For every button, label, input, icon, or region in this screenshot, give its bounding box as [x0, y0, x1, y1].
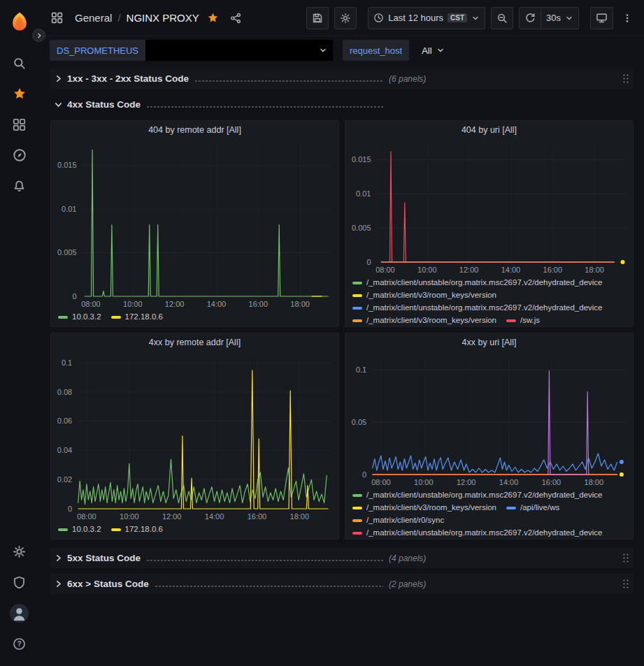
- legend-label: 10.0.3.2: [72, 523, 101, 535]
- legend-marker: [352, 307, 362, 310]
- legend-item[interactable]: /_matrix/client/v3/room_keys/version: [352, 314, 496, 326]
- svg-text:14:00: 14:00: [205, 512, 224, 521]
- legend-marker: [111, 528, 121, 531]
- chevron-right-icon[interactable]: [52, 73, 64, 85]
- share-icon[interactable]: [227, 7, 244, 29]
- row-header-6xx[interactable]: 6xx > Status Code (2 panels): [50, 574, 634, 594]
- legend-item[interactable]: /_matrix/client/unstable/org.matrix.msc2…: [352, 489, 603, 501]
- panel-count: (4 panels): [389, 553, 426, 563]
- svg-text:0: 0: [362, 470, 366, 479]
- panel-404-by-remote-addr: 404 by remote addr [All] 08:0010:0012:00…: [50, 120, 339, 327]
- explore-compass-icon[interactable]: [5, 140, 34, 171]
- legend-item[interactable]: /_matrix/client/r0/sync: [352, 514, 444, 526]
- legend-item[interactable]: /_matrix/client/unstable/org.matrix.msc2…: [352, 302, 603, 314]
- svg-text:0.015: 0.015: [352, 155, 371, 164]
- panel-4xx-by-remote-addr: 4xx by remote addr [All] 08:0010:0012:00…: [50, 333, 339, 540]
- svg-text:18:00: 18:00: [585, 266, 604, 274]
- timeseries-chart-4xx-remote-addr[interactable]: 08:0010:0012:0014:0016:0018:0000.020.040…: [51, 351, 338, 523]
- svg-text:0.01: 0.01: [356, 189, 371, 198]
- legend-marker: [352, 282, 362, 284]
- tv-mode-button[interactable]: [590, 7, 613, 29]
- row-drag-handle[interactable]: [622, 579, 629, 590]
- panel-count: (6 panels): [389, 74, 426, 84]
- timeseries-chart-4xx-uri[interactable]: 08:0010:0012:0014:0016:0018:0000.050.1: [345, 351, 633, 488]
- user-avatar[interactable]: [5, 598, 34, 628]
- legend-item[interactable]: /_matrix/client/unstable/org.matrix.msc2…: [352, 277, 603, 289]
- starred-dashboards-icon[interactable]: [5, 78, 34, 109]
- svg-text:0: 0: [366, 258, 371, 266]
- grafana-app: ? General / NGINX PROXY: [0, 0, 644, 666]
- legend-item[interactable]: /sw.js: [506, 314, 540, 326]
- favorite-star-icon[interactable]: [205, 7, 222, 29]
- dashboard-settings-button[interactable]: [334, 7, 357, 29]
- svg-text:12:00: 12:00: [457, 478, 476, 486]
- legend-item[interactable]: 172.18.0.6: [111, 523, 163, 535]
- legend-item[interactable]: /_matrix/client/unstable/org.matrix.msc2…: [352, 527, 603, 539]
- legend-item[interactable]: /api/live/ws: [506, 502, 559, 514]
- svg-text:18:00: 18:00: [290, 512, 310, 521]
- search-icon[interactable]: [5, 48, 34, 78]
- legend-item[interactable]: /_matrix/client/v3/room_keys/version: [352, 289, 496, 301]
- legend-item[interactable]: 10.0.3.2: [58, 523, 101, 535]
- kebab-menu-icon[interactable]: [619, 7, 636, 29]
- request-host-variable-label[interactable]: request_host: [343, 40, 409, 61]
- panel-title[interactable]: 4xx by uri [All]: [345, 333, 633, 351]
- breadcrumb: General / NGINX PROXY: [75, 12, 199, 24]
- svg-text:0.005: 0.005: [57, 248, 77, 256]
- chevron-right-icon[interactable]: [52, 552, 64, 565]
- row-header-1xx[interactable]: 1xx - 3xx - 2xx Status Code (6 panels): [50, 68, 634, 89]
- svg-text:18:00: 18:00: [585, 478, 604, 486]
- panel-title[interactable]: 4xx by remote addr [All]: [51, 333, 338, 351]
- apps-grid-icon[interactable]: [48, 7, 65, 29]
- sidebar-expand-button[interactable]: [32, 29, 45, 42]
- svg-text:16:00: 16:00: [249, 300, 269, 308]
- svg-text:?: ?: [17, 640, 21, 648]
- svg-text:08:00: 08:00: [81, 300, 101, 308]
- row-header-5xx[interactable]: 5xx Status Code (4 panels): [50, 548, 634, 568]
- alerting-bell-icon[interactable]: [5, 171, 34, 201]
- breadcrumb-section[interactable]: General: [75, 12, 112, 24]
- legend-item[interactable]: 172.18.0.6: [111, 311, 163, 323]
- svg-text:08:00: 08:00: [375, 266, 395, 274]
- configuration-gear-icon[interactable]: [5, 536, 34, 567]
- panel-title[interactable]: 404 by uri [All]: [345, 121, 633, 138]
- help-icon[interactable]: ?: [5, 628, 34, 659]
- svg-text:0.1: 0.1: [356, 365, 366, 374]
- chevron-right-icon[interactable]: [52, 578, 64, 591]
- datasource-variable: DS_PROMETHEUS: [50, 40, 333, 61]
- dashboards-icon[interactable]: [5, 109, 34, 140]
- grafana-logo[interactable]: [5, 7, 34, 38]
- row-header-4xx[interactable]: 4xx Status Code: [50, 94, 634, 115]
- clock-icon: [373, 13, 384, 23]
- timeseries-chart-404-uri[interactable]: 08:0010:0012:0014:0016:0018:0000.0050.01…: [345, 138, 633, 276]
- timeseries-chart-404-remote-addr[interactable]: 08:0010:0012:0014:0016:0018:0000.0050.01…: [51, 138, 338, 310]
- breadcrumb-separator: /: [117, 12, 120, 24]
- row-left: 1xx - 3xx - 2xx Status Code: [52, 73, 389, 85]
- legend-label: /_matrix/client/unstable/org.matrix.msc2…: [366, 302, 603, 314]
- zoom-out-button[interactable]: [491, 7, 513, 29]
- svg-text:14:00: 14:00: [499, 478, 519, 486]
- time-range-label: Last 12 hours: [388, 13, 443, 23]
- legend-marker: [506, 507, 516, 509]
- refresh-interval-dropdown[interactable]: 30s: [541, 7, 579, 29]
- server-admin-shield-icon[interactable]: [5, 567, 34, 598]
- legend-marker: [352, 532, 362, 535]
- row-drag-handle[interactable]: [622, 73, 629, 85]
- svg-text:10:00: 10:00: [414, 478, 434, 486]
- time-range-picker[interactable]: Last 12 hours CST: [368, 7, 485, 29]
- row-drag-handle[interactable]: [622, 553, 629, 564]
- datasource-variable-value[interactable]: [145, 40, 333, 61]
- legend-item[interactable]: 10.0.3.2: [58, 311, 101, 323]
- sidebar: ?: [0, 0, 38, 666]
- chevron-down-icon[interactable]: [52, 99, 64, 111]
- save-dashboard-button[interactable]: [306, 7, 329, 29]
- row-title: 5xx Status Code: [67, 553, 141, 563]
- panel-title[interactable]: 404 by remote addr [All]: [51, 121, 338, 138]
- legend-label: /_matrix/client/v3/room_keys/version: [366, 502, 496, 514]
- request-host-variable-value[interactable]: All: [415, 40, 451, 61]
- datasource-variable-label[interactable]: DS_PROMETHEUS: [50, 40, 145, 61]
- dashboard-header: General / NGINX PROXY: [38, 0, 644, 36]
- chart-legend: 10.0.3.2172.18.0.6: [51, 523, 338, 539]
- legend-item[interactable]: /_matrix/client/v3/room_keys/version: [352, 502, 496, 514]
- refresh-button[interactable]: [519, 7, 541, 29]
